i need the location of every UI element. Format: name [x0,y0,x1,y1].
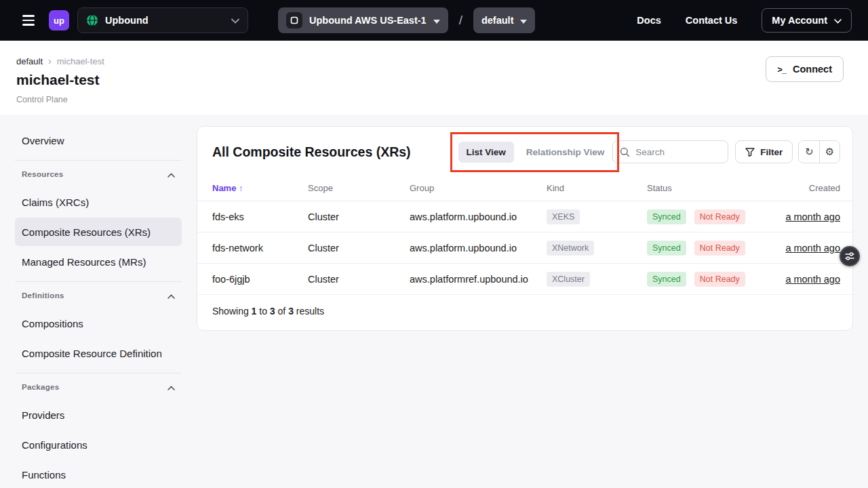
search-icon [620,147,630,157]
sidebar-item-composite-resources[interactable]: Composite Resources (XRs) [15,218,182,246]
path-separator: / [459,13,462,28]
breadcrumb-current: michael-test [57,56,104,66]
content-area: Overview Resources Claims (XRCs) Composi… [0,115,868,488]
chevron-down-icon [231,15,239,26]
space-switcher-label: Upbound AWS US-East-1 [309,15,427,26]
org-switcher-label: Upbound [105,15,149,26]
search-input[interactable] [635,147,721,157]
sidebar-item-functions[interactable]: Functions [15,460,182,488]
not-ready-badge: Not Ready [694,209,745,224]
cell-scope: Cluster [308,211,410,222]
org-switcher-dropdown[interactable]: Upbound [77,7,248,33]
hamburger-menu-button[interactable] [16,8,41,33]
sidebar-section-title: Packages [22,383,59,391]
tab-list-view[interactable]: List View [458,142,514,163]
results-to: 3 [270,306,275,317]
contact-us-link[interactable]: Contact Us [686,15,738,26]
cell-scope: Cluster [308,243,410,253]
page-title: michael-test [16,72,844,88]
view-tabs: List View Relationship View [458,142,613,163]
my-account-button[interactable]: My Account [762,8,852,33]
table-row[interactable]: fds-eks Cluster aws.platform.upbound.io … [197,201,852,232]
sidebar-item-providers[interactable]: Providers [15,401,182,429]
globe-icon [86,14,98,26]
connect-button-label: Connect [793,64,832,75]
sidebar-section-resources[interactable]: Resources [15,161,182,188]
cell-group: aws.platform.upbound.io [410,243,547,253]
sidebar: Overview Resources Claims (XRCs) Composi… [15,126,182,488]
created-link[interactable]: a month ago [785,211,840,222]
not-ready-badge: Not Ready [694,241,745,256]
connect-button[interactable]: >_ Connect [766,56,844,82]
sidebar-item-configurations[interactable]: Configurations [15,430,182,459]
refresh-button[interactable]: ↻ [799,141,819,163]
synced-badge: Synced [647,241,686,256]
cell-name: fds-network [212,243,308,253]
sidebar-item-claims[interactable]: Claims (XRCs) [15,188,182,216]
terminal-icon: >_ [777,64,786,75]
chevron-up-icon [167,168,175,180]
floating-widget-button[interactable] [840,246,860,266]
card-title: All Composite Resources (XRs) [212,144,411,160]
cell-group: aws.platformref.upbound.io [410,274,547,285]
sidebar-section-title: Definitions [22,291,64,300]
sidebar-item-managed-resources[interactable]: Managed Resources (MRs) [15,247,182,276]
space-switcher-dropdown[interactable]: Upbound AWS US-East-1 [278,7,448,33]
kind-badge: XCluster [547,272,590,287]
column-header-kind[interactable]: Kind [547,183,647,193]
my-account-label: My Account [772,15,827,26]
column-header-name[interactable]: Name ↑ [212,183,308,193]
created-link[interactable]: a month ago [785,243,840,253]
table-row[interactable]: fds-network Cluster aws.platform.upbound… [197,232,852,264]
created-link[interactable]: a month ago [785,274,840,285]
table-footer: Showing 1 to 3 of 3 results [197,295,852,330]
table-row[interactable]: foo-6jgjb Cluster aws.platformref.upboun… [197,264,852,295]
breadcrumb: default › michael-test [16,56,844,66]
cell-scope: Cluster [308,274,410,285]
filter-button-label: Filter [760,147,783,157]
sidebar-item-composite-resource-definition[interactable]: Composite Resource Definition [15,339,182,367]
docs-link[interactable]: Docs [637,15,660,26]
sidebar-section-definitions[interactable]: Definitions [15,282,182,309]
settings-button[interactable]: ⚙ [819,141,840,163]
page-subtitle: Control Plane [16,95,844,104]
breadcrumb-separator-icon: › [48,56,52,66]
results-total: 3 [288,306,294,317]
sidebar-item-compositions[interactable]: Compositions [15,309,182,338]
column-header-group[interactable]: Group [410,183,547,193]
column-header-created[interactable]: Created [779,183,840,193]
caret-down-icon [520,15,527,26]
cell-group: aws.platform.upbound.io [410,211,547,222]
table-header-row: Name ↑ Scope Group Kind Status Created [197,176,852,201]
hamburger-icon [22,15,35,26]
topbar-nav: Docs Contact Us My Account [637,8,852,33]
upbound-logo[interactable]: up [49,10,69,30]
topbar: up Upbound Upbound AWS US-East-1 / defau… [0,0,868,41]
group-switcher-dropdown[interactable]: default [473,7,536,33]
sidebar-section-packages[interactable]: Packages [15,373,182,401]
filter-button[interactable]: Filter [735,140,793,163]
breadcrumb-root[interactable]: default [16,56,43,66]
sliders-icon [845,251,854,261]
caret-down-icon [433,15,440,26]
results-from: 1 [252,306,257,317]
page-header: default › michael-test michael-test Cont… [0,41,868,115]
card-toolbar: All Composite Resources (XRs) List View … [197,127,852,176]
filter-icon [745,148,755,157]
column-header-status[interactable]: Status [647,183,779,193]
tab-relationship-view[interactable]: Relationship View [518,142,612,163]
search-box [612,140,728,163]
sidebar-item-overview[interactable]: Overview [15,126,182,155]
sort-arrow-icon: ↑ [239,183,243,193]
gear-icon: ⚙ [825,146,834,158]
space-icon [286,12,302,28]
composite-resources-card: All Composite Resources (XRs) List View … [197,126,853,331]
synced-badge: Synced [647,209,686,224]
cell-name: fds-eks [212,211,308,222]
group-switcher-label: default [481,15,514,26]
refresh-icon: ↻ [805,146,814,158]
chevron-up-icon [167,289,175,302]
column-header-scope[interactable]: Scope [308,183,410,193]
kind-badge: XEKS [547,209,580,224]
cell-name: foo-6jgjb [212,274,308,285]
